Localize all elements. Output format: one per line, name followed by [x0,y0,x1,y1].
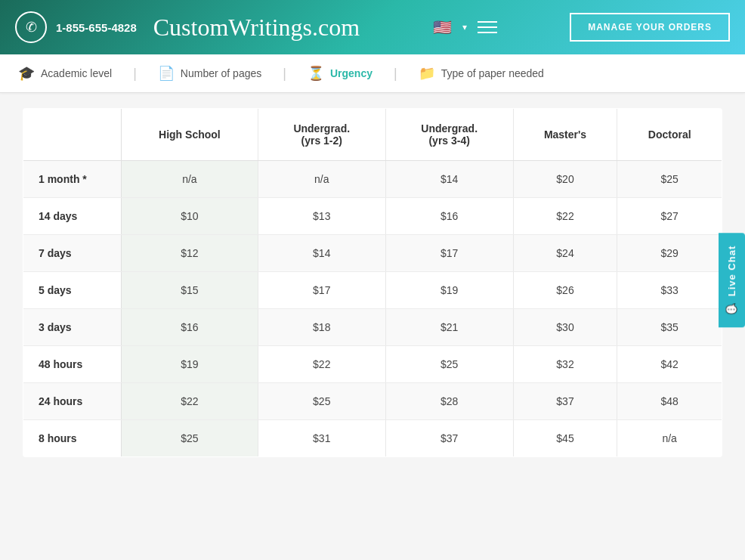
cell-deadline: 1 month * [23,161,122,198]
cell-deadline: 8 hours [23,420,122,457]
cell-doctoral: $48 [617,383,722,420]
tab-urgency[interactable]: ⏳ Urgency [308,65,372,82]
tab-paper[interactable]: 📁 Type of paper needed [419,65,544,82]
table-row: 48 hours$19$22$25$32$42 [23,346,722,383]
cell-masters: $20 [513,161,617,198]
table-container: High School Undergrad.(yrs 1-2) Undergra… [0,93,745,472]
live-chat-button[interactable]: 💬 Live Chat [719,233,745,327]
cell-deadline: 24 hours [23,383,122,420]
cell-masters: $26 [513,272,617,309]
cell-undergrad34: $16 [385,198,513,235]
table-row: 3 days$16$18$21$30$35 [23,309,722,346]
hamburger-menu[interactable] [478,21,497,33]
col-header-deadline [23,109,122,161]
tabs-bar: 🎓 Academic level | 📄 Number of pages | ⏳… [0,54,745,93]
cell-highschool: $22 [122,383,258,420]
cell-deadline: 5 days [23,272,122,309]
cell-doctoral: $27 [617,198,722,235]
cell-highschool: $25 [122,420,258,457]
cell-undergrad12: $17 [258,272,385,309]
cell-masters: $45 [513,420,617,457]
cell-undergrad34: $37 [385,420,513,457]
table-row: 24 hours$22$25$28$37$48 [23,383,722,420]
cell-doctoral: $33 [617,272,722,309]
phone-number[interactable]: 1-855-655-4828 [56,21,137,34]
cell-deadline: 3 days [23,309,122,346]
pricing-table: High School Undergrad.(yrs 1-2) Undergra… [23,108,722,457]
table-row: 5 days$15$17$19$26$33 [23,272,722,309]
header: ✆ 1-855-655-4828 CustomWritings.com 🇺🇸 ▾… [0,0,745,54]
cell-highschool: $15 [122,272,258,309]
table-row: 7 days$12$14$17$24$29 [23,235,722,272]
header-left: ✆ 1-855-655-4828 CustomWritings.com [15,11,360,43]
header-center: 🇺🇸 ▾ [433,18,497,36]
cell-undergrad34: $19 [385,272,513,309]
flag-icon[interactable]: 🇺🇸 [433,18,452,36]
cell-undergrad34: $25 [385,346,513,383]
chevron-down-icon[interactable]: ▾ [462,22,467,32]
table-row: 1 month *n/an/a$14$20$25 [23,161,722,198]
table-row: 14 days$10$13$16$22$27 [23,198,722,235]
cell-doctoral: $42 [617,346,722,383]
cell-highschool: $19 [122,346,258,383]
cell-undergrad12: $18 [258,309,385,346]
cell-masters: $24 [513,235,617,272]
cell-deadline: 14 days [23,198,122,235]
manage-orders-button[interactable]: MANAGE YOUR ORDERS [570,13,730,42]
tab-academic[interactable]: 🎓 Academic level [18,65,112,82]
cell-doctoral: n/a [617,420,722,457]
academic-icon: 🎓 [18,65,35,82]
cell-masters: $32 [513,346,617,383]
tab-divider-3: | [394,66,397,82]
cell-undergrad12: $25 [258,383,385,420]
cell-undergrad34: $17 [385,235,513,272]
cell-highschool: $16 [122,309,258,346]
cell-undergrad34: $14 [385,161,513,198]
tab-academic-label: Academic level [41,67,112,79]
paper-icon: 📁 [419,65,435,82]
cell-masters: $22 [513,198,617,235]
col-header-doctoral: Doctoral [617,109,722,161]
tab-divider-2: | [283,66,286,82]
table-row: 8 hours$25$31$37$45n/a [23,420,722,457]
cell-highschool: n/a [122,161,258,198]
pages-icon: 📄 [158,65,175,82]
cell-undergrad34: $28 [385,383,513,420]
tab-pages-label: Number of pages [181,67,261,79]
cell-undergrad12: $13 [258,198,385,235]
col-header-highschool: High School [122,109,258,161]
cell-undergrad12: $14 [258,235,385,272]
tab-paper-label: Type of paper needed [441,67,544,79]
table-header-row: High School Undergrad.(yrs 1-2) Undergra… [23,109,722,161]
urgency-icon: ⏳ [308,65,324,82]
logo: CustomWritings.com [153,14,360,42]
cell-undergrad12: n/a [258,161,385,198]
cell-masters: $30 [513,309,617,346]
cell-undergrad34: $21 [385,309,513,346]
cell-doctoral: $25 [617,161,722,198]
col-header-masters: Master's [513,109,617,161]
col-header-undergrad12: Undergrad.(yrs 1-2) [258,109,385,161]
cell-undergrad12: $31 [258,420,385,457]
tab-urgency-label: Urgency [330,67,372,79]
cell-doctoral: $35 [617,309,722,346]
cell-deadline: 48 hours [23,346,122,383]
phone-icon: ✆ [15,11,47,43]
cell-deadline: 7 days [23,235,122,272]
cell-masters: $37 [513,383,617,420]
cell-highschool: $10 [122,198,258,235]
col-header-undergrad34: Undergrad.(yrs 3-4) [385,109,513,161]
cell-highschool: $12 [122,235,258,272]
tab-pages[interactable]: 📄 Number of pages [158,65,261,82]
live-chat-label: Live Chat [726,245,737,296]
tab-divider-1: | [133,66,137,82]
cell-doctoral: $29 [617,235,722,272]
live-chat-icon: 💬 [726,302,737,315]
cell-undergrad12: $22 [258,346,385,383]
